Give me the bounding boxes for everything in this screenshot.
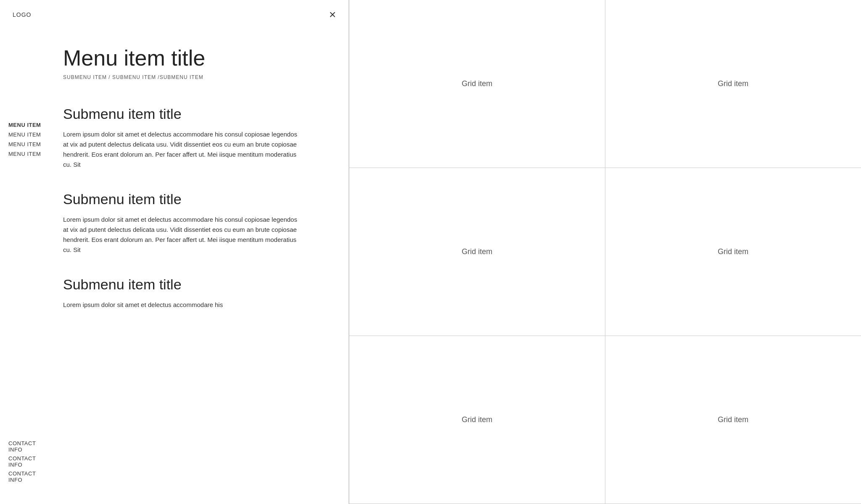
sidebar-contact: CONTACT INFO CONTACT INFO CONTACT INFO — [8, 440, 46, 496]
grid-panel: Grid item Grid item Grid item Grid item … — [349, 0, 861, 504]
sidebar-item-1[interactable]: MENU ITEM — [8, 131, 46, 138]
grid-item-5[interactable]: Grid item — [605, 336, 861, 504]
submenu-body-0: Lorem ipsum dolor sit amet et delectus a… — [63, 129, 298, 170]
header-bar: LOGO × — [0, 0, 349, 29]
menu-item-title: Menu item title — [63, 46, 332, 70]
main-content: Menu item title SUBMENU ITEM / SUBMENU I… — [55, 29, 349, 504]
submenu-body-1: Lorem ipsum dolor sit amet et delectus a… — [63, 215, 298, 255]
sidebar-item-2[interactable]: MENU ITEM — [8, 141, 46, 147]
sidebar-menu-items: MENU ITEM MENU ITEM MENU ITEM MENU ITEM — [8, 122, 46, 157]
nav-layout: MENU ITEM MENU ITEM MENU ITEM MENU ITEM … — [0, 29, 349, 504]
sidebar-item-0[interactable]: MENU ITEM — [8, 122, 46, 128]
contact-item-1[interactable]: CONTACT INFO — [8, 455, 46, 468]
logo: LOGO — [13, 11, 31, 18]
nav-overlay: LOGO × MENU ITEM MENU ITEM MENU ITEM MEN… — [0, 0, 349, 504]
grid-item-3[interactable]: Grid item — [605, 168, 861, 336]
close-button[interactable]: × — [329, 9, 336, 21]
submenu-title-2: Submenu item title — [63, 276, 332, 293]
submenu-title-1: Submenu item title — [63, 191, 332, 208]
grid-item-2[interactable]: Grid item — [349, 168, 605, 336]
submenu-section-0: Submenu item title Lorem ipsum dolor sit… — [63, 105, 332, 170]
grid-item-0[interactable]: Grid item — [349, 0, 605, 168]
breadcrumb: SUBMENU ITEM / SUBMENU ITEM /SUBMENU ITE… — [63, 74, 332, 80]
contact-item-2[interactable]: CONTACT INFO — [8, 470, 46, 483]
sidebar-nav: MENU ITEM MENU ITEM MENU ITEM MENU ITEM … — [0, 29, 55, 504]
submenu-section-1: Submenu item title Lorem ipsum dolor sit… — [63, 191, 332, 255]
grid-item-4[interactable]: Grid item — [349, 336, 605, 504]
submenu-section-2: Submenu item title Lorem ipsum dolor sit… — [63, 276, 332, 310]
grid-item-1[interactable]: Grid item — [605, 0, 861, 168]
contact-item-0[interactable]: CONTACT INFO — [8, 440, 46, 453]
submenu-title-0: Submenu item title — [63, 105, 332, 123]
submenu-body-2: Lorem ipsum dolor sit amet et delectus a… — [63, 300, 298, 310]
sidebar-item-3[interactable]: MENU ITEM — [8, 151, 46, 157]
